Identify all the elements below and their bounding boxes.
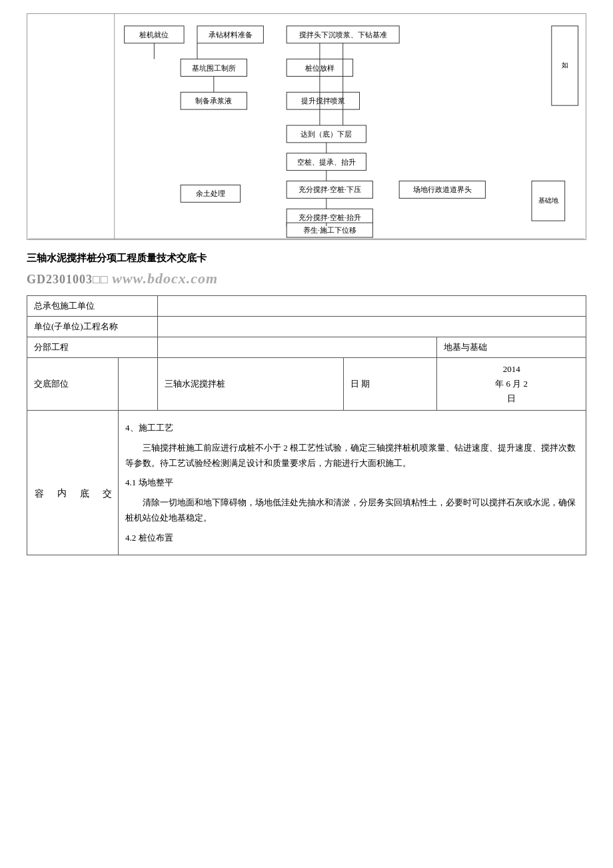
svg-text:场地行政道道界头: 场地行政道道界头 <box>412 185 472 193</box>
jiaodi-buwei-value <box>119 358 158 411</box>
svg-text:制备承浆液: 制备承浆液 <box>195 97 232 105</box>
watermark-text: www.bdocx.com <box>112 270 218 287</box>
date-label: 日 期 <box>343 358 437 411</box>
para-1: 三轴搅拌桩施工前应进行成桩不小于 2 根工艺性试验，确定三轴搅拌桩机喷浆量、钻进… <box>125 440 579 471</box>
content-vertical-label: 交底内容 <box>27 411 119 555</box>
svg-text:基础地: 基础地 <box>538 197 558 204</box>
svg-text:达到（底）下层: 达到（底）下层 <box>301 130 352 138</box>
document-title: 三轴水泥搅拌桩分项工程质量技术交底卡 <box>27 252 586 265</box>
para-2: 清除一切地面和地下障碍物，场地低洼处先抽水和清淤，分层务实回填粘性土，必要时可以… <box>125 495 579 526</box>
svg-text:充分搅拌·空桩·抬升: 充分搅拌·空桩·抬升 <box>299 213 360 221</box>
main-table: 总承包施工单位 单位(子单位)工程名称 分部工程 地基与基础 交底部位 三轴水泥… <box>27 295 586 555</box>
section-41-title: 4.1 场地整平 <box>125 475 579 490</box>
svg-text:搅拌头下沉喷浆、下钻基准: 搅拌头下沉喷浆、下钻基准 <box>299 31 387 39</box>
content-cell: 4、施工工艺 三轴搅拌桩施工前应进行成桩不小于 2 根工艺性试验，确定三轴搅拌桩… <box>119 411 586 555</box>
svg-text:承钻材料准备: 承钻材料准备 <box>209 31 253 39</box>
jiaodi-content-label: 三轴水泥搅拌桩 <box>157 358 343 411</box>
row-project-name: 单位(子单位)工程名称 <box>27 317 586 337</box>
svg-text:桩位放样: 桩位放样 <box>305 64 334 72</box>
svg-text:提升搅拌喷浆: 提升搅拌喷浆 <box>301 97 345 105</box>
svg-text:空桩、提承、抬升: 空桩、提承、抬升 <box>297 158 356 166</box>
flowchart-area: 桩机就位 承钻材料准备 搅拌头下沉喷浆、下钻基准 如 基坑围工制所 桩位放样 <box>27 13 586 240</box>
vertical-text-jiaodi: 交底内容 <box>30 474 115 491</box>
flowchart-svg: 桩机就位 承钻材料准备 搅拌头下沉喷浆、下钻基准 如 基坑围工制所 桩位放样 <box>27 14 586 239</box>
svg-text:养生·施工下位移: 养生·施工下位移 <box>303 226 356 234</box>
jiaodi-buwei-label: 交底部位 <box>27 358 119 411</box>
subwork-value-left <box>157 337 437 358</box>
svg-text:如: 如 <box>562 61 568 69</box>
row-subwork: 分部工程 地基与基础 <box>27 337 586 358</box>
row-jiaodi-info: 交底部位 三轴水泥搅拌桩 日 期 2014 年 6 月 2 日 <box>27 358 586 411</box>
project-name-value <box>157 317 586 337</box>
page-container: 桩机就位 承钻材料准备 搅拌头下沉喷浆、下钻基准 如 基坑围工制所 桩位放样 <box>27 13 586 555</box>
svg-text:桩机就位: 桩机就位 <box>139 31 169 39</box>
contractor-value <box>157 296 586 317</box>
section-4-title: 4、施工工艺 <box>125 420 579 435</box>
doc-code-text: GD2301003□□ <box>27 273 109 286</box>
row-contractor: 总承包施工单位 <box>27 296 586 317</box>
subwork-label: 分部工程 <box>27 337 158 358</box>
svg-text:充分搅拌·空桩·下压: 充分搅拌·空桩·下压 <box>299 185 360 193</box>
subwork-value-right: 地基与基础 <box>437 337 586 358</box>
contractor-label: 总承包施工单位 <box>27 296 158 317</box>
date-value: 2014 年 6 月 2 日 <box>437 358 586 411</box>
row-content: 交底内容 4、施工工艺 三轴搅拌桩施工前应进行成桩不小于 2 根工艺性试验，确定… <box>27 411 586 555</box>
content-body: 4、施工工艺 三轴搅拌桩施工前应进行成桩不小于 2 根工艺性试验，确定三轴搅拌桩… <box>119 411 586 555</box>
doc-code-line: GD2301003□□ www.bdocx.com <box>27 270 586 287</box>
project-name-label: 单位(子单位)工程名称 <box>27 317 158 337</box>
svg-text:基坑围工制所: 基坑围工制所 <box>192 64 236 72</box>
svg-text:余土处理: 余土处理 <box>196 189 225 197</box>
section-42-title: 4.2 桩位布置 <box>125 530 579 545</box>
